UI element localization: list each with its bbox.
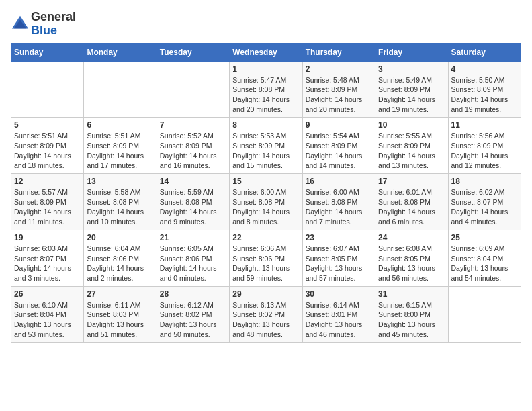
- calendar-cell: [84, 61, 157, 118]
- day-info: Sunrise: 6:01 AM Sunset: 8:08 PM Dayligh…: [378, 187, 445, 227]
- day-number: 9: [306, 120, 372, 130]
- day-info: Sunrise: 6:02 AM Sunset: 8:07 PM Dayligh…: [451, 187, 518, 227]
- day-number: 12: [14, 177, 81, 186]
- calendar-cell: 7Sunrise: 5:52 AM Sunset: 8:09 PM Daylig…: [157, 118, 229, 174]
- day-number: 13: [87, 177, 153, 186]
- day-number: 3: [378, 64, 445, 74]
- day-info: Sunrise: 6:04 AM Sunset: 8:06 PM Dayligh…: [87, 244, 153, 283]
- day-number: 14: [160, 177, 226, 186]
- calendar-week-row: 26Sunrise: 6:10 AM Sunset: 8:04 PM Dayli…: [11, 286, 521, 342]
- day-number: 26: [14, 289, 81, 299]
- day-info: Sunrise: 5:51 AM Sunset: 8:09 PM Dayligh…: [87, 131, 153, 171]
- calendar-cell: [448, 286, 521, 342]
- calendar-cell: 23Sunrise: 6:07 AM Sunset: 8:05 PM Dayli…: [302, 230, 375, 286]
- logo: GeneralBlue: [11, 11, 76, 38]
- day-info: Sunrise: 6:00 AM Sunset: 8:08 PM Dayligh…: [306, 187, 372, 227]
- day-info: Sunrise: 6:13 AM Sunset: 8:02 PM Dayligh…: [232, 300, 299, 340]
- header-saturday: Saturday: [448, 43, 521, 61]
- day-info: Sunrise: 5:51 AM Sunset: 8:09 PM Dayligh…: [14, 131, 81, 171]
- day-info: Sunrise: 5:59 AM Sunset: 8:08 PM Dayligh…: [160, 187, 226, 227]
- day-number: 5: [14, 120, 81, 130]
- day-number: 27: [87, 289, 153, 299]
- header-thursday: Thursday: [302, 43, 375, 61]
- day-info: Sunrise: 6:12 AM Sunset: 8:02 PM Dayligh…: [160, 300, 226, 340]
- day-info: Sunrise: 5:50 AM Sunset: 8:09 PM Dayligh…: [451, 75, 518, 115]
- day-info: Sunrise: 6:11 AM Sunset: 8:03 PM Dayligh…: [87, 300, 153, 340]
- calendar-week-row: 1Sunrise: 5:47 AM Sunset: 8:08 PM Daylig…: [11, 61, 521, 118]
- calendar-cell: 17Sunrise: 6:01 AM Sunset: 8:08 PM Dayli…: [375, 174, 448, 230]
- calendar-cell: [11, 61, 84, 118]
- header-friday: Friday: [375, 43, 448, 61]
- day-number: 20: [87, 233, 153, 242]
- day-info: Sunrise: 6:15 AM Sunset: 8:00 PM Dayligh…: [378, 300, 445, 340]
- calendar-cell: 18Sunrise: 6:02 AM Sunset: 8:07 PM Dayli…: [448, 174, 521, 230]
- day-info: Sunrise: 6:07 AM Sunset: 8:05 PM Dayligh…: [306, 244, 372, 283]
- day-number: 21: [160, 233, 226, 242]
- day-info: Sunrise: 6:00 AM Sunset: 8:08 PM Dayligh…: [232, 187, 299, 227]
- calendar-cell: 1Sunrise: 5:47 AM Sunset: 8:08 PM Daylig…: [230, 61, 302, 118]
- day-info: Sunrise: 6:03 AM Sunset: 8:07 PM Dayligh…: [14, 244, 81, 283]
- header-wednesday: Wednesday: [230, 43, 302, 61]
- calendar-cell: [157, 61, 229, 118]
- day-number: 15: [232, 177, 299, 186]
- day-number: 4: [451, 64, 518, 74]
- day-number: 30: [306, 289, 372, 299]
- calendar-table: SundayMondayTuesdayWednesdayThursdayFrid…: [11, 43, 521, 343]
- calendar-cell: 2Sunrise: 5:48 AM Sunset: 8:09 PM Daylig…: [302, 61, 375, 118]
- calendar-cell: 16Sunrise: 6:00 AM Sunset: 8:08 PM Dayli…: [302, 174, 375, 230]
- calendar-cell: 19Sunrise: 6:03 AM Sunset: 8:07 PM Dayli…: [11, 230, 84, 286]
- header-tuesday: Tuesday: [157, 43, 229, 61]
- calendar-cell: 10Sunrise: 5:55 AM Sunset: 8:09 PM Dayli…: [375, 118, 448, 174]
- day-number: 11: [451, 120, 518, 130]
- day-number: 6: [87, 120, 153, 130]
- calendar-cell: 26Sunrise: 6:10 AM Sunset: 8:04 PM Dayli…: [11, 286, 84, 342]
- calendar-cell: 11Sunrise: 5:56 AM Sunset: 8:09 PM Dayli…: [448, 118, 521, 174]
- day-number: 17: [378, 177, 445, 186]
- day-info: Sunrise: 6:08 AM Sunset: 8:05 PM Dayligh…: [378, 244, 445, 283]
- calendar-cell: 3Sunrise: 5:49 AM Sunset: 8:09 PM Daylig…: [375, 61, 448, 118]
- day-info: Sunrise: 5:48 AM Sunset: 8:09 PM Dayligh…: [306, 75, 372, 115]
- calendar-cell: 13Sunrise: 5:58 AM Sunset: 8:08 PM Dayli…: [84, 174, 157, 230]
- day-number: 1: [232, 64, 299, 74]
- calendar-cell: 8Sunrise: 5:53 AM Sunset: 8:09 PM Daylig…: [230, 118, 302, 174]
- day-info: Sunrise: 5:52 AM Sunset: 8:09 PM Dayligh…: [160, 131, 226, 171]
- day-info: Sunrise: 5:57 AM Sunset: 8:09 PM Dayligh…: [14, 187, 81, 227]
- day-number: 10: [378, 120, 445, 130]
- calendar-cell: 22Sunrise: 6:06 AM Sunset: 8:06 PM Dayli…: [230, 230, 302, 286]
- calendar-cell: 6Sunrise: 5:51 AM Sunset: 8:09 PM Daylig…: [84, 118, 157, 174]
- calendar-cell: 31Sunrise: 6:15 AM Sunset: 8:00 PM Dayli…: [375, 286, 448, 342]
- header-sunday: Sunday: [11, 43, 84, 61]
- logo-icon: [11, 15, 30, 34]
- day-number: 29: [232, 289, 299, 299]
- day-info: Sunrise: 5:55 AM Sunset: 8:09 PM Dayligh…: [378, 131, 445, 171]
- calendar-cell: 29Sunrise: 6:13 AM Sunset: 8:02 PM Dayli…: [230, 286, 302, 342]
- calendar-week-row: 19Sunrise: 6:03 AM Sunset: 8:07 PM Dayli…: [11, 230, 521, 286]
- day-number: 31: [378, 289, 445, 299]
- calendar-header-row: SundayMondayTuesdayWednesdayThursdayFrid…: [11, 43, 521, 61]
- day-info: Sunrise: 5:56 AM Sunset: 8:09 PM Dayligh…: [451, 131, 518, 171]
- day-number: 7: [160, 120, 226, 130]
- day-info: Sunrise: 6:09 AM Sunset: 8:04 PM Dayligh…: [451, 244, 518, 283]
- calendar-cell: 24Sunrise: 6:08 AM Sunset: 8:05 PM Dayli…: [375, 230, 448, 286]
- calendar-week-row: 12Sunrise: 5:57 AM Sunset: 8:09 PM Dayli…: [11, 174, 521, 230]
- calendar-cell: 25Sunrise: 6:09 AM Sunset: 8:04 PM Dayli…: [448, 230, 521, 286]
- calendar-week-row: 5Sunrise: 5:51 AM Sunset: 8:09 PM Daylig…: [11, 118, 521, 174]
- day-info: Sunrise: 5:54 AM Sunset: 8:09 PM Dayligh…: [306, 131, 372, 171]
- day-number: 19: [14, 233, 81, 242]
- day-number: 23: [306, 233, 372, 242]
- calendar-cell: 5Sunrise: 5:51 AM Sunset: 8:09 PM Daylig…: [11, 118, 84, 174]
- day-info: Sunrise: 5:49 AM Sunset: 8:09 PM Dayligh…: [378, 75, 445, 115]
- calendar-cell: 28Sunrise: 6:12 AM Sunset: 8:02 PM Dayli…: [157, 286, 229, 342]
- calendar-cell: 27Sunrise: 6:11 AM Sunset: 8:03 PM Dayli…: [84, 286, 157, 342]
- day-info: Sunrise: 5:47 AM Sunset: 8:08 PM Dayligh…: [232, 75, 299, 115]
- calendar-cell: 30Sunrise: 6:14 AM Sunset: 8:01 PM Dayli…: [302, 286, 375, 342]
- day-info: Sunrise: 6:10 AM Sunset: 8:04 PM Dayligh…: [14, 300, 81, 340]
- page-header: GeneralBlue: [11, 11, 521, 38]
- day-number: 16: [306, 177, 372, 186]
- day-info: Sunrise: 5:58 AM Sunset: 8:08 PM Dayligh…: [87, 187, 153, 227]
- day-number: 2: [306, 64, 372, 74]
- day-info: Sunrise: 6:06 AM Sunset: 8:06 PM Dayligh…: [232, 244, 299, 283]
- calendar-cell: 21Sunrise: 6:05 AM Sunset: 8:06 PM Dayli…: [157, 230, 229, 286]
- day-number: 18: [451, 177, 518, 186]
- day-info: Sunrise: 5:53 AM Sunset: 8:09 PM Dayligh…: [232, 131, 299, 171]
